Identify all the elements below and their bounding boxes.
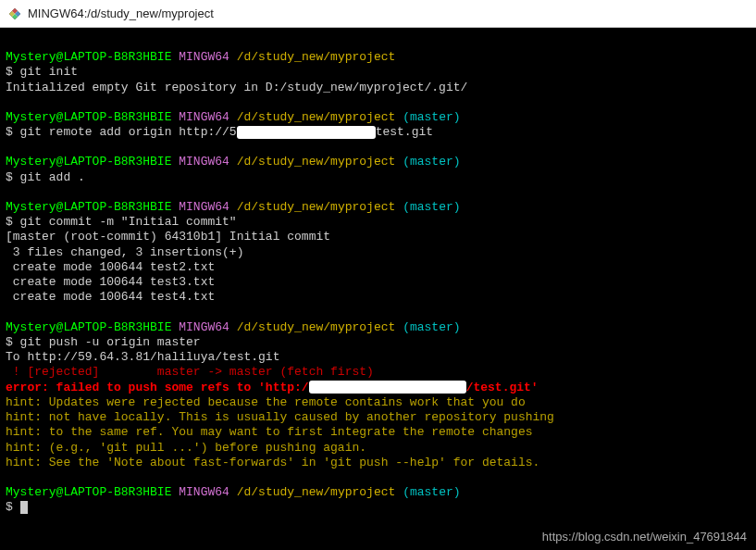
prompt-line: Mystery@LAPTOP-B8R3HBIE MINGW64 /d/study…: [6, 110, 750, 125]
cursor: [20, 501, 28, 514]
terminal-body[interactable]: Mystery@LAPTOP-B8R3HBIE MINGW64 /d/study…: [0, 28, 756, 550]
output-push-to: To http://59.64.3.81/haliluya/test.git: [6, 350, 750, 365]
app-icon: [7, 6, 22, 21]
prompt-line: Mystery@LAPTOP-B8R3HBIE MINGW64 /d/study…: [6, 50, 750, 65]
output-hint: hint: Updates were rejected because the …: [6, 395, 750, 410]
output-commit: 3 files changed, 3 insertions(+): [6, 245, 750, 260]
cmd-remote-post: test.git: [376, 125, 433, 139]
redacted-url: [309, 381, 466, 394]
output-hint: hint: not have locally. This is usually …: [6, 410, 750, 425]
output-hint: hint: (e.g., 'git pull ...') before push…: [6, 441, 750, 456]
watermark: https://blog.csdn.net/weixin_47691844: [542, 530, 747, 544]
cmd-remote-pre: git remote add origin http://5: [20, 125, 237, 139]
output-commit: create mode 100644 test4.txt: [6, 290, 750, 305]
cmd-git-commit: git commit -m "Initial commit": [20, 215, 237, 229]
output-rejected: ! [rejected] master -> master (fetch fir…: [6, 365, 750, 380]
cmd-git-init: git init: [20, 65, 78, 79]
redacted-url: [237, 126, 376, 139]
prompt-line: Mystery@LAPTOP-B8R3HBIE MINGW64 /d/study…: [6, 200, 750, 215]
command-line: $ git remote add origin http://5test.git: [6, 125, 750, 140]
prompt-branch: (master): [403, 110, 460, 124]
command-line: $ git init: [6, 65, 750, 80]
prompt-mingw: MINGW64: [179, 50, 229, 64]
cmd-git-add: git add .: [20, 170, 85, 184]
titlebar-title: MINGW64:/d/study_new/myproject: [28, 6, 214, 20]
command-line-active[interactable]: $: [6, 500, 750, 515]
output-commit: create mode 100644 test2.txt: [6, 260, 750, 275]
command-line: $ git push -u origin master: [6, 335, 750, 350]
prompt-user: Mystery@LAPTOP-B8R3HBIE: [6, 50, 171, 64]
prompt-path: /d/study_new/myproject: [237, 50, 396, 64]
prompt-line: Mystery@LAPTOP-B8R3HBIE MINGW64 /d/study…: [6, 485, 750, 500]
terminal-window: MINGW64:/d/study_new/myproject Mystery@L…: [0, 0, 756, 550]
output-commit: create mode 100644 test3.txt: [6, 275, 750, 290]
prompt-line: Mystery@LAPTOP-B8R3HBIE MINGW64 /d/study…: [6, 320, 750, 335]
output-error: error: failed to push some refs to 'http…: [6, 381, 750, 395]
output-commit: [master (root-commit) 64310b1] Initial c…: [6, 230, 750, 244]
titlebar[interactable]: MINGW64:/d/study_new/myproject: [0, 0, 756, 28]
output-hint: hint: See the 'Note about fast-forwards'…: [6, 456, 750, 470]
command-line: $ git commit -m "Initial commit": [6, 215, 750, 230]
cmd-git-push: git push -u origin master: [20, 335, 201, 349]
output-hint: hint: to the same ref. You may want to f…: [6, 425, 750, 440]
command-line: $ git add .: [6, 170, 750, 185]
output-init: Initialized empty Git repository in D:/s…: [6, 81, 750, 95]
prompt-line: Mystery@LAPTOP-B8R3HBIE MINGW64 /d/study…: [6, 155, 750, 169]
